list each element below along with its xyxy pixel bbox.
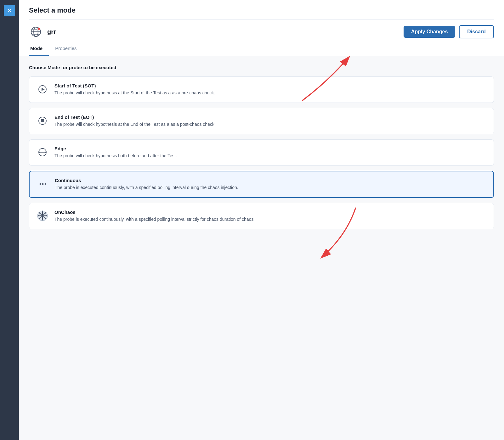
svg-marker-8 <box>42 88 45 91</box>
header-actions: Apply Changes Discard <box>404 25 494 38</box>
mode-title-eot: End of Test (EOT) <box>54 114 486 120</box>
mode-card-eot[interactable]: End of Test (EOT) The probe will check h… <box>29 108 494 134</box>
mode-title-edge: Edge <box>54 146 486 151</box>
panel-header: Select a mode ! grr <box>19 0 504 56</box>
tabs: Mode Properties <box>29 42 494 56</box>
panel-title: Select a mode <box>29 6 494 20</box>
svg-rect-10 <box>41 119 44 122</box>
mode-info-edge: Edge The probe will check hypothesis bot… <box>54 146 486 159</box>
tab-mode[interactable]: Mode <box>29 42 49 56</box>
section-title: Choose Mode for probe to be executed <box>29 65 494 70</box>
mode-desc-edge: The probe will check hypothesis both bef… <box>54 153 486 159</box>
svg-point-26 <box>46 215 47 216</box>
svg-point-16 <box>42 183 44 185</box>
mode-desc-sot: The probe will check hypothesis at the S… <box>54 90 486 96</box>
mode-info-continuous: Continuous The probe is executed continu… <box>55 178 486 191</box>
svg-point-27 <box>39 212 40 214</box>
globe-icon: ! <box>29 25 43 39</box>
svg-point-28 <box>45 218 46 219</box>
svg-point-30 <box>39 218 40 219</box>
mode-card-onchaos[interactable]: OnChaos The probe is executed continuous… <box>29 203 494 229</box>
mode-desc-eot: The probe will check hypothesis at the E… <box>54 121 486 128</box>
sidebar: × <box>0 0 19 440</box>
svg-point-24 <box>42 219 43 220</box>
mode-title-onchaos: OnChaos <box>54 209 486 215</box>
play-icon <box>37 84 48 95</box>
panel-content: Choose Mode for probe to be executed Sta… <box>19 56 504 440</box>
probe-header: ! grr Apply Changes Discard <box>29 20 494 39</box>
probe-name: grr <box>47 28 56 36</box>
mode-card-sot[interactable]: Start of Test (SOT) The probe will check… <box>29 76 494 103</box>
mode-info-onchaos: OnChaos The probe is executed continuous… <box>54 209 486 223</box>
mode-desc-continuous: The probe is executed continuously, with… <box>55 184 486 191</box>
svg-point-17 <box>45 183 46 185</box>
tab-properties[interactable]: Properties <box>54 42 83 56</box>
main-panel: Select a mode ! grr <box>19 0 504 440</box>
mode-card-edge[interactable]: Edge The probe will check hypothesis bot… <box>29 139 494 166</box>
dots-icon <box>37 178 48 190</box>
close-button[interactable]: × <box>4 5 15 16</box>
snowflake-icon <box>37 210 48 221</box>
mode-card-continuous[interactable]: Continuous The probe is executed continu… <box>29 171 494 198</box>
mode-title-continuous: Continuous <box>55 178 486 183</box>
mode-title-sot: Start of Test (SOT) <box>54 83 486 88</box>
mode-desc-onchaos: The probe is executed continuously, with… <box>54 216 486 223</box>
svg-point-25 <box>38 215 39 216</box>
mode-info-eot: End of Test (EOT) The probe will check h… <box>54 114 486 128</box>
stop-icon <box>37 115 48 126</box>
svg-point-15 <box>40 183 41 185</box>
discard-button[interactable]: Discard <box>459 25 494 38</box>
content-panel: Select a mode ! grr <box>19 0 504 440</box>
svg-point-23 <box>42 211 43 212</box>
svg-point-29 <box>45 212 46 214</box>
svg-text:!: ! <box>38 29 39 31</box>
apply-changes-button[interactable]: Apply Changes <box>404 26 455 38</box>
probe-identity: ! grr <box>29 25 56 39</box>
close-icon: × <box>8 8 11 14</box>
mode-info-sot: Start of Test (SOT) The probe will check… <box>54 83 486 96</box>
arrows-lr-icon <box>37 147 48 158</box>
